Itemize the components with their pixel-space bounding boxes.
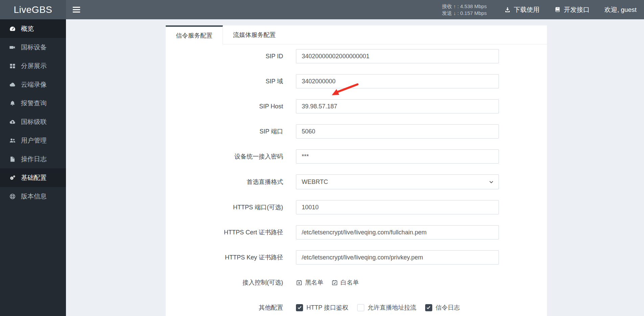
grid-icon [9,63,16,69]
form-row-live-format: 首选直播格式 WEBRTC [166,174,547,189]
config-tabs: 信令服务配置 流媒体服务配置 [166,25,547,44]
device-password-label: 设备统一接入密码 [166,152,296,161]
https-key-input[interactable] [296,250,499,265]
sidebar: 概览 国标设备 分屏展示 云端录像 报警查询 国标级联 [0,19,66,316]
sidebar-toggle-button[interactable] [66,0,87,19]
sip-id-input[interactable] [296,49,499,63]
form-row-https-key: HTTPS Key 证书路径 [166,250,547,265]
form-row-sip-host: SIP Host [166,99,547,113]
sidebar-item-basic-config[interactable]: 基础配置 [0,168,66,187]
checkbox-unchecked-icon [357,304,364,311]
api-docs-menu-item[interactable]: 开发接口 [547,0,597,19]
file-icon [9,156,16,163]
checkbox-checked-icon [425,304,432,311]
form-row-https-cert: HTTPS Cert 证书路径 [166,225,547,239]
tab-media-service-config[interactable]: 流媒体服务配置 [223,25,286,44]
download-menu-item[interactable]: 下载使用 [497,0,547,19]
sip-domain-input[interactable] [296,74,499,88]
sip-port-label: SIP 端口 [166,127,296,135]
sip-host-input[interactable] [296,99,499,113]
form-row-other-config: 其他配置 HTTP 接口鉴权 允许直播地址拉流 [166,300,547,315]
sidebar-item-operation-log[interactable]: 操作日志 [0,150,66,168]
sidebar-item-alarm-query[interactable]: 报警查询 [0,94,66,112]
cloud-upload-icon [9,119,16,125]
form-row-device-password: 设备统一接入密码 [166,149,547,164]
sidebar-item-cloud-recording[interactable]: 云端录像 [0,75,66,94]
access-control-label: 接入控制(可选) [166,278,296,287]
checkbox-signaling-log[interactable]: 信令日志 [425,303,460,312]
checkbox-http-api-auth[interactable]: HTTP 接口鉴权 [296,303,348,312]
sidebar-item-split-screen[interactable]: 分屏展示 [0,57,66,75]
video-camera-icon [9,44,16,51]
sidebar-item-version-info[interactable]: 版本信息 [0,187,66,206]
arrow-up-icon: ↑ [454,3,456,9]
https-cert-label: HTTPS Cert 证书路径 [166,228,296,236]
sip-id-label: SIP ID [166,53,296,60]
live-format-select[interactable]: WEBRTC [296,174,499,189]
network-stats: 接收 ↑ : 4.538 Mbps 发送 ↓ : 0.157 Mbps [442,3,487,17]
form-row-sip-id: SIP ID [166,49,547,63]
book-icon [554,6,561,13]
arrow-down-icon: ↓ [454,10,456,16]
send-rate: 发送 ↓ : 0.157 Mbps [442,10,487,17]
receive-rate: 接收 ↑ : 4.538 Mbps [442,3,487,10]
form-row-https-port: HTTPS 端口(可选) [166,200,547,214]
https-port-input[interactable] [296,200,499,214]
cloud-icon [9,81,16,88]
https-key-label: HTTPS Key 证书路径 [166,253,296,261]
top-navbar: LiveGBS 接收 ↑ : 4.538 Mbps 发送 ↓ : 0.157 M… [0,0,644,19]
signaling-config-form: SIP ID SIP 域 SIP Host SIP 端口 设备统一接入密码 首选 [166,44,547,315]
https-port-label: HTTPS 端口(可选) [166,203,296,211]
other-config-label: 其他配置 [166,303,296,312]
bell-icon [9,100,16,107]
life-ring-icon [9,193,16,200]
gauge-icon [9,25,16,32]
form-row-sip-domain: SIP 域 [166,74,547,88]
form-row-access-control: 接入控制(可选) 黑名单 [166,275,547,290]
gears-icon [9,174,16,181]
sip-host-label: SIP Host [166,103,296,110]
https-cert-input[interactable] [296,225,499,239]
config-panel: 信令服务配置 流媒体服务配置 SIP ID SIP 域 SIP Host [166,25,547,316]
sidebar-item-user-management[interactable]: 用户管理 [0,131,66,150]
sip-port-input[interactable] [296,124,499,139]
chevron-down-icon [489,180,494,185]
checkbox-allow-live-pull[interactable]: 允许直播地址拉流 [357,303,416,312]
device-password-input[interactable] [296,149,499,164]
calendar-x-icon [296,279,302,286]
form-row-sip-port: SIP 端口 [166,124,547,139]
whitelist-link[interactable]: 白名单 [331,278,359,287]
checkbox-checked-icon [296,304,303,311]
content-area: 信令服务配置 流媒体服务配置 SIP ID SIP 域 SIP Host [66,19,644,316]
hamburger-icon [73,7,80,13]
sidebar-item-gb-cascade[interactable]: 国标级联 [0,112,66,131]
live-format-label: 首选直播格式 [166,178,296,186]
user-welcome-menu-item[interactable]: 欢迎, guest [597,0,644,19]
calendar-check-icon [331,279,338,286]
users-icon [9,137,16,144]
app-logo[interactable]: LiveGBS [0,0,66,19]
sidebar-item-gb-devices[interactable]: 国标设备 [0,38,66,57]
tab-signaling-service-config[interactable]: 信令服务配置 [166,25,223,44]
download-icon [504,6,511,13]
blacklist-link[interactable]: 黑名单 [296,278,323,287]
sip-domain-label: SIP 域 [166,77,296,85]
sidebar-item-overview[interactable]: 概览 [0,19,66,38]
